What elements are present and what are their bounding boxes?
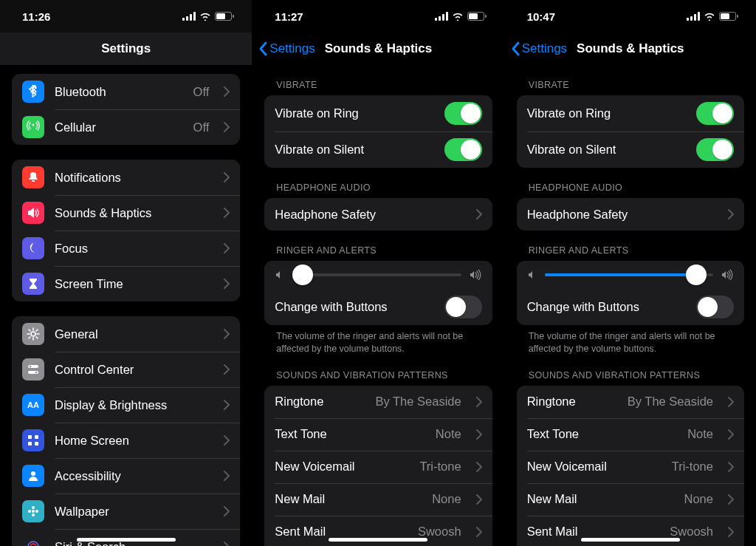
- section-header-patterns: SOUNDS AND VIBRATION PATTERNS: [264, 355, 492, 386]
- row-value: By The Seaside: [375, 395, 461, 409]
- row-sound-pattern[interactable]: New MailNone: [264, 483, 492, 516]
- svg-rect-15: [28, 435, 32, 439]
- settings-row[interactable]: Sounds & Haptics: [12, 195, 240, 231]
- row-label: Text Tone: [275, 427, 425, 441]
- row-vibrate-silent[interactable]: Vibrate on Silent: [264, 132, 492, 168]
- settings-row[interactable]: CellularOff: [12, 109, 240, 145]
- toggle[interactable]: [696, 102, 734, 125]
- row-label: Change with Buttons: [527, 300, 686, 314]
- row-label: Vibrate on Silent: [275, 143, 433, 157]
- toggle[interactable]: [696, 138, 734, 161]
- row-sound-pattern[interactable]: Text ToneNote: [264, 418, 492, 451]
- svg-point-22: [32, 513, 35, 516]
- chevron-left-icon: [511, 41, 520, 56]
- home-indicator[interactable]: [581, 538, 680, 542]
- sounds-list[interactable]: VIBRATEVibrate on RingVibrate on SilentH…: [252, 65, 504, 546]
- row-value: Off: [193, 120, 210, 134]
- row-value: Note: [687, 427, 713, 441]
- row-vibrate-silent[interactable]: Vibrate on Silent: [517, 132, 744, 168]
- row-value: Off: [193, 85, 210, 99]
- toggle[interactable]: [444, 296, 482, 318]
- row-sound-pattern[interactable]: Text ToneNote: [517, 418, 744, 451]
- row-sound-pattern[interactable]: RingtoneBy The Seaside: [517, 386, 744, 418]
- settings-row[interactable]: Notifications: [12, 160, 240, 195]
- settings-row[interactable]: Accessibility: [12, 458, 240, 494]
- row-vibrate-ring[interactable]: Vibrate on Ring: [517, 95, 744, 132]
- row-label: Screen Time: [55, 277, 209, 291]
- svg-rect-1: [186, 16, 188, 21]
- aa-icon: AA: [22, 394, 44, 416]
- svg-rect-2: [190, 14, 192, 21]
- back-label: Settings: [269, 41, 315, 56]
- settings-row[interactable]: Screen Time: [12, 266, 240, 301]
- svg-rect-42: [694, 14, 696, 21]
- chevron-right-icon: [224, 172, 230, 182]
- row-label: Sounds & Haptics: [55, 206, 209, 220]
- section-header-vibrate: VIBRATE: [264, 65, 492, 95]
- gear-icon: [22, 323, 44, 345]
- svg-point-7: [32, 124, 35, 126]
- row-value: By The Seaside: [628, 395, 713, 409]
- row-label: Accessibility: [55, 469, 209, 483]
- row-value: Note: [436, 427, 461, 441]
- chevron-right-icon: [728, 397, 734, 407]
- svg-rect-46: [737, 15, 738, 18]
- row-label: Cellular: [55, 120, 183, 134]
- settings-row[interactable]: Wallpaper: [12, 494, 240, 529]
- row-change-buttons[interactable]: Change with Buttons: [264, 289, 492, 325]
- settings-list[interactable]: BluetoothOffCellularOff NotificationsSou…: [0, 65, 252, 546]
- row-sound-pattern[interactable]: New VoicemailTri-tone: [264, 451, 492, 483]
- row-sound-pattern[interactable]: New MailNone: [517, 483, 744, 516]
- back-button[interactable]: Settings: [258, 41, 315, 56]
- row-label: Change with Buttons: [275, 300, 433, 314]
- volume-slider[interactable]: [292, 273, 461, 276]
- volume-slider[interactable]: [545, 273, 713, 276]
- row-sound-pattern[interactable]: RingtoneBy The Seaside: [264, 386, 492, 418]
- svg-text:AA: AA: [27, 400, 39, 409]
- section-header-ringer: RINGER AND ALERTS: [264, 231, 492, 261]
- group-connectivity: BluetoothOffCellularOff: [12, 74, 240, 145]
- settings-row[interactable]: Control Center: [12, 352, 240, 387]
- svg-rect-33: [435, 18, 437, 21]
- row-vibrate-ring[interactable]: Vibrate on Ring: [264, 95, 492, 132]
- svg-rect-6: [233, 15, 234, 18]
- row-headphone-safety[interactable]: Headphone Safety: [517, 198, 744, 231]
- settings-row[interactable]: Home Screen: [12, 423, 240, 458]
- group-general: GeneralControl CenterAADisplay & Brightn…: [12, 316, 240, 546]
- group-notifications: NotificationsSounds & HapticsFocusScreen…: [12, 160, 240, 301]
- chevron-right-icon: [224, 122, 230, 132]
- cellular-bars-icon: [435, 12, 448, 21]
- settings-row[interactable]: Focus: [12, 231, 240, 266]
- chevron-right-icon: [224, 243, 230, 253]
- svg-rect-35: [442, 14, 444, 21]
- row-label: General: [55, 327, 209, 341]
- chevron-right-icon: [224, 364, 230, 375]
- row-value: Tri-tone: [672, 460, 713, 474]
- section-header-ringer: RINGER AND ALERTS: [517, 231, 744, 261]
- status-time: 11:26: [22, 10, 50, 23]
- row-label: New Voicemail: [275, 460, 409, 474]
- flower-icon: [22, 500, 44, 522]
- settings-row[interactable]: AADisplay & Brightness: [12, 387, 240, 423]
- switches-icon: [22, 358, 44, 381]
- row-change-buttons[interactable]: Change with Buttons: [517, 289, 744, 325]
- row-sound-pattern[interactable]: New VoicemailTri-tone: [517, 451, 744, 483]
- settings-row[interactable]: BluetoothOff: [12, 74, 240, 109]
- toggle[interactable]: [444, 102, 482, 125]
- speaker-icon: [22, 202, 44, 224]
- row-label: Control Center: [55, 363, 209, 377]
- toggle[interactable]: [696, 296, 734, 318]
- settings-row[interactable]: General: [12, 316, 240, 352]
- chevron-right-icon: [224, 279, 230, 289]
- row-headphone-safety[interactable]: Headphone Safety: [264, 198, 492, 231]
- home-indicator[interactable]: [329, 538, 427, 542]
- row-label: Display & Brightness: [55, 398, 209, 412]
- row-label: Home Screen: [55, 434, 209, 448]
- chevron-right-icon: [728, 494, 734, 505]
- chevron-right-icon: [224, 329, 230, 339]
- sounds-list[interactable]: VIBRATEVibrate on RingVibrate on SilentH…: [505, 65, 756, 546]
- page-title: Sounds & Haptics: [325, 41, 432, 56]
- home-indicator[interactable]: [77, 538, 176, 542]
- toggle[interactable]: [444, 138, 482, 161]
- back-button[interactable]: Settings: [511, 41, 567, 56]
